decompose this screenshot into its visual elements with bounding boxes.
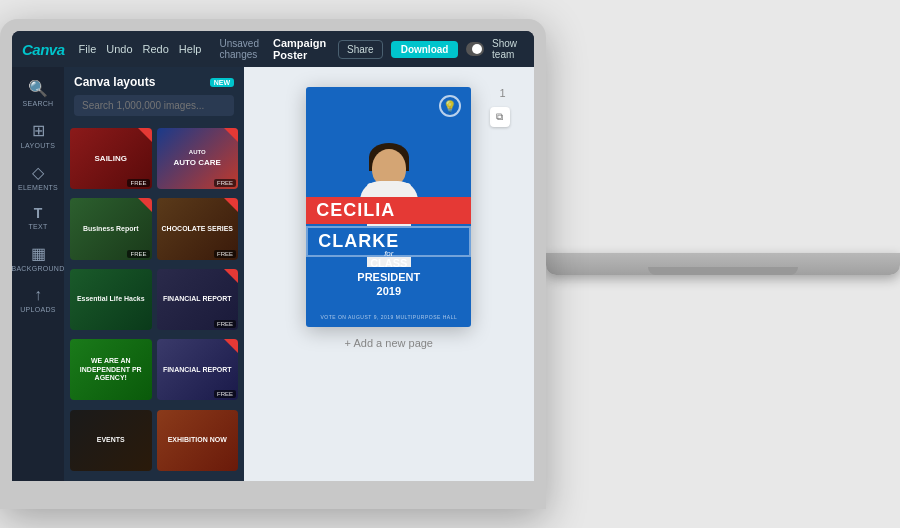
laptop-screen: Canva File Undo Redo Help Unsaved change… (12, 31, 534, 481)
new-badge: NEW (210, 78, 234, 87)
sidebar-item-background[interactable]: ▦ BACKGROUND (12, 238, 64, 278)
download-button[interactable]: Download (391, 41, 459, 58)
page-number: 1 (500, 87, 506, 99)
template-card-7[interactable]: WE ARE AN INDEPENDENT PR AGENCY! (70, 339, 152, 400)
sidebar-item-text[interactable]: T TEXT (12, 199, 64, 236)
template-search-input[interactable] (74, 95, 234, 116)
free-badge-6 (224, 269, 238, 283)
show-team-label[interactable]: Show team (492, 38, 524, 60)
menu-file[interactable]: File (79, 43, 97, 55)
laptop-body: Canva File Undo Redo Help Unsaved change… (0, 19, 546, 509)
template-card-2[interactable]: AUTO AUTO CARE FREE (157, 128, 239, 189)
sidebar-item-search[interactable]: 🔍 SEARCH (12, 73, 64, 113)
campaign-poster[interactable]: 💡 CECILIA CLARKE for CLASSPRESIDENT2019 (306, 87, 471, 327)
canvas-area: 1 ⧉ (244, 67, 534, 481)
template-grid: SAILING FREE AUTO AUTO CARE FREE Busin (64, 122, 244, 481)
laptop-trackpad (648, 267, 798, 275)
uploads-icon: ↑ (34, 286, 42, 304)
topbar-menu: File Undo Redo Help (79, 43, 202, 55)
sidebar: 🔍 SEARCH ⊞ LAYOUTS ◇ ELEMENTS T TEXT ▦ (12, 67, 64, 481)
free-badge-1 (138, 128, 152, 142)
template-card-3[interactable]: Business Report FREE (70, 198, 152, 259)
sidebar-item-uploads[interactable]: ↑ UPLOADS (12, 280, 64, 319)
poster-vote-text: VOTE ON AUGUST 9, 2019 MULTIPURPOSE HALL (306, 314, 471, 321)
canva-logo[interactable]: Canva (22, 41, 65, 58)
add-page-button[interactable]: + Add a new page (345, 337, 433, 349)
topbar-right: Campaign Poster Share Download Show team (273, 37, 524, 61)
menu-redo[interactable]: Redo (143, 43, 169, 55)
laptop-base (546, 253, 900, 275)
sidebar-label-uploads: UPLOADS (20, 306, 56, 313)
sidebar-item-elements[interactable]: ◇ ELEMENTS (12, 157, 64, 197)
free-badge-2 (224, 128, 238, 142)
document-title[interactable]: Campaign Poster (273, 37, 330, 61)
template-card-8[interactable]: FINANCIAL REPORT FREE (157, 339, 239, 400)
sidebar-item-layouts[interactable]: ⊞ LAYOUTS (12, 115, 64, 155)
free-badge-4 (224, 198, 238, 212)
poster-wrapper: 💡 CECILIA CLARKE for CLASSPRESIDENT2019 (306, 87, 471, 327)
template-card-10[interactable]: EXHIBITION NOW (157, 410, 239, 471)
menu-undo[interactable]: Undo (106, 43, 132, 55)
topbar: Canva File Undo Redo Help Unsaved change… (12, 31, 534, 67)
template-card-9[interactable]: EVENTS (70, 410, 152, 471)
template-card-6[interactable]: FINANCIAL REPORT FREE (157, 269, 239, 330)
free-badge-8 (224, 339, 238, 353)
poster-name-line1: CECILIA (306, 197, 471, 224)
sidebar-label-search: SEARCH (23, 100, 54, 107)
poster-name-block: CECILIA CLARKE (306, 197, 471, 257)
dark-mode-toggle[interactable] (466, 42, 484, 56)
menu-help[interactable]: Help (179, 43, 202, 55)
page-tools: ⧉ (490, 107, 510, 127)
text-icon: T (34, 205, 43, 221)
template-card-5[interactable]: Essential Life Hacks (70, 269, 152, 330)
share-button[interactable]: Share (338, 40, 383, 59)
poster-subtitle: CLASSPRESIDENT2019 (357, 257, 420, 298)
sidebar-label-layouts: LAYOUTS (21, 142, 55, 149)
sidebar-label-elements: ELEMENTS (18, 184, 58, 191)
panel-header: Canva layouts NEW (64, 67, 244, 95)
unsaved-status: Unsaved changes (219, 38, 258, 60)
sidebar-label-background: BACKGROUND (12, 265, 65, 272)
free-badge-3 (138, 198, 152, 212)
duplicate-page-icon[interactable]: ⧉ (490, 107, 510, 127)
elements-icon: ◇ (32, 163, 44, 182)
layouts-icon: ⊞ (32, 121, 45, 140)
template-card-4[interactable]: CHOCOLATE SERIES FREE (157, 198, 239, 259)
panel-title: Canva layouts (74, 75, 155, 89)
main-area: 🔍 SEARCH ⊞ LAYOUTS ◇ ELEMENTS T TEXT ▦ (12, 67, 534, 481)
templates-panel: Canva layouts NEW SAILING FREE AUTO AUTO… (64, 67, 244, 481)
sidebar-label-text: TEXT (28, 223, 47, 230)
background-icon: ▦ (31, 244, 46, 263)
template-card-1[interactable]: SAILING FREE (70, 128, 152, 189)
search-icon: 🔍 (28, 79, 48, 98)
